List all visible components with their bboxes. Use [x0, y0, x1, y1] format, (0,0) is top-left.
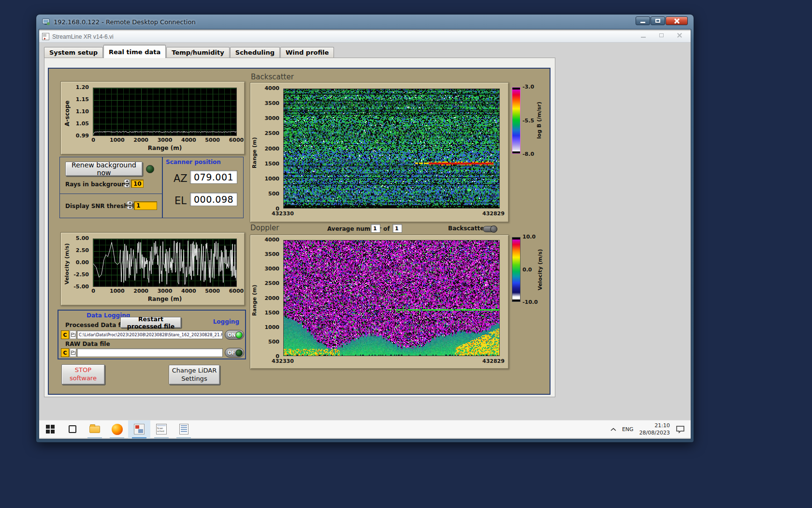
stop-software-button[interactable]: STOP software — [61, 364, 105, 385]
rays-spinner[interactable] — [124, 179, 130, 188]
ascope-x-axis: 0100020003000400050006000 — [85, 137, 245, 143]
scan-schedule-button[interactable]: Scan sched — [150, 420, 173, 438]
tick-label: 6000 — [228, 288, 245, 294]
firefox-icon — [112, 424, 123, 435]
tick-label: 0 — [85, 137, 102, 143]
tray-expand-chevron[interactable] — [610, 428, 616, 432]
tick-label: 1000 — [264, 324, 279, 330]
velocity-x-axis: 0100020003000400050006000 — [85, 288, 245, 294]
clock-time: 21:10 — [639, 422, 670, 430]
app-maximize-button[interactable] — [659, 33, 664, 37]
stop-line1: STOP — [75, 366, 91, 374]
backscatter-display-toggle[interactable] — [483, 226, 497, 232]
average-of-field[interactable]: 1 — [392, 224, 402, 233]
tick-label: 5.00 — [76, 235, 89, 241]
tab-temp-humidity[interactable]: Temp/humidity — [166, 47, 230, 58]
tick-label: 3000 — [157, 288, 173, 294]
processed-logging-led — [235, 331, 243, 339]
tick-label: 1.20 — [76, 84, 89, 90]
app-minimize-button[interactable] — [641, 37, 646, 38]
scan-schedule-label: Scan sched — [157, 427, 164, 433]
tick-label: 1.15 — [76, 96, 89, 103]
raw-browse-button[interactable] — [70, 348, 76, 357]
change-lidar-settings-button[interactable]: Change LiDAR Settings — [169, 365, 220, 385]
taskbar-clock[interactable]: 21:10 28/08/2023 — [639, 422, 670, 437]
tab-system-setup[interactable]: System setup — [44, 47, 103, 58]
firefox-button[interactable] — [106, 420, 128, 438]
tick-label: 4000 — [264, 237, 279, 243]
tick-label: 3000 — [157, 137, 173, 143]
tick-label: 3000 — [264, 266, 279, 272]
renew-background-button[interactable]: Renew background now — [65, 162, 143, 176]
notepad-button[interactable] — [173, 420, 195, 438]
doppler-y-axis: 40003500300025002000150010005000 — [257, 237, 281, 359]
of-label: of — [383, 225, 390, 232]
scanner-position-box: Scanner position AZ 079.001 EL 000.098 — [162, 157, 244, 218]
processed-drive-combo[interactable]: C — [61, 330, 69, 339]
tick-label: 2500 — [264, 280, 279, 286]
processed-path-field[interactable]: C:\Lidar\Data\Proc\2023\202308\20230828\… — [77, 330, 223, 339]
processed-browse-button[interactable] — [70, 330, 76, 339]
streamline-app-button[interactable] — [128, 420, 150, 438]
renew-background-led — [146, 165, 154, 173]
raw-path-field[interactable] — [77, 348, 223, 357]
remote-session-screen: StreamLine XR v14-6.vi System setupReal … — [39, 29, 691, 439]
tab-wind-profile[interactable]: Wind profile — [280, 47, 334, 58]
el-value-field[interactable]: 000.098 — [190, 193, 237, 206]
tab-content-area: 1.201.151.101.050.99 A-scope 01000200030… — [44, 58, 555, 397]
backscatter-graph: 40003500300025002000150010005000 Range (… — [250, 82, 509, 223]
processed-logging-toggle[interactable]: ON — [225, 330, 244, 340]
rdp-close-button[interactable] — [666, 16, 688, 25]
tick-label: 6000 — [228, 137, 245, 143]
az-label: AZ — [174, 173, 188, 184]
action-center-icon[interactable] — [676, 425, 685, 433]
processed-toggle-state: ON — [228, 332, 236, 338]
tick-label: -2.50 — [73, 271, 89, 278]
az-value-field[interactable]: 079.001 — [190, 170, 237, 184]
raw-data-file-label: RAW Data file — [65, 341, 110, 347]
labview-app-icon — [42, 33, 49, 40]
tick-label: 1000 — [264, 176, 279, 182]
app-close-button[interactable] — [677, 33, 682, 38]
average-number-field[interactable]: 1 — [371, 224, 380, 233]
restart-processed-file-button[interactable]: Restart processed file — [120, 317, 181, 328]
raw-logging-toggle[interactable]: OFF — [225, 348, 244, 358]
ascope-y-label: A-scope — [64, 91, 71, 135]
velocity-plot-area — [93, 239, 237, 287]
app-titlebar[interactable]: StreamLine XR v14-6.vi — [39, 31, 691, 43]
file-explorer-button[interactable] — [84, 420, 106, 438]
rdp-icon — [42, 18, 50, 26]
tick-label: 1.10 — [76, 108, 89, 115]
tick-label: 4000 — [180, 288, 197, 294]
windows-taskbar: Scan sched ENG 21:10 28/08/2023 — [39, 420, 691, 438]
rdp-titlebar[interactable]: 192.168.0.122 - Remote Desktop Connectio… — [36, 15, 694, 29]
doppler-graph: 40003500300025002000150010005000 Range (… — [250, 235, 509, 369]
tick-label: 4000 — [264, 85, 279, 91]
change-line2: Settings — [181, 375, 207, 383]
language-indicator[interactable]: ENG — [622, 426, 634, 433]
backscatter-colorbar-label: log B (/m/sr) — [536, 86, 542, 155]
rdp-maximize-button[interactable] — [651, 16, 665, 25]
task-view-button[interactable] — [61, 420, 84, 438]
logging-label: Logging — [213, 318, 239, 325]
tick-label: 1000 — [109, 288, 125, 294]
doppler-x-end: 432829 — [482, 358, 505, 364]
start-button[interactable] — [39, 420, 61, 438]
snr-spinner[interactable] — [127, 201, 133, 209]
backscatter-y-axis: 40003500300025002000150010005000 — [257, 85, 281, 212]
snr-value-field[interactable]: 1 — [134, 201, 157, 210]
raw-drive-combo[interactable]: C — [61, 348, 69, 357]
tick-label: 5000 — [204, 288, 221, 294]
stop-line2: software — [70, 374, 97, 383]
tick-label: 3500 — [264, 251, 279, 257]
tab-scheduling[interactable]: Scheduling — [230, 47, 280, 58]
backscatter-toggle-label: Backscatter — [448, 225, 487, 232]
rays-value-field[interactable]: 10 — [131, 179, 144, 188]
backscatter-colorbar — [512, 87, 521, 154]
rdp-minimize-button[interactable] — [636, 16, 650, 25]
backscatter-plot-area — [283, 89, 500, 209]
tick-label: 0.00 — [76, 259, 89, 266]
ascope-graph: 1.201.151.101.050.99 A-scope 01000200030… — [60, 81, 245, 155]
doppler-plot-area — [283, 240, 500, 356]
tab-real-time-data[interactable]: Real time data — [103, 45, 166, 58]
